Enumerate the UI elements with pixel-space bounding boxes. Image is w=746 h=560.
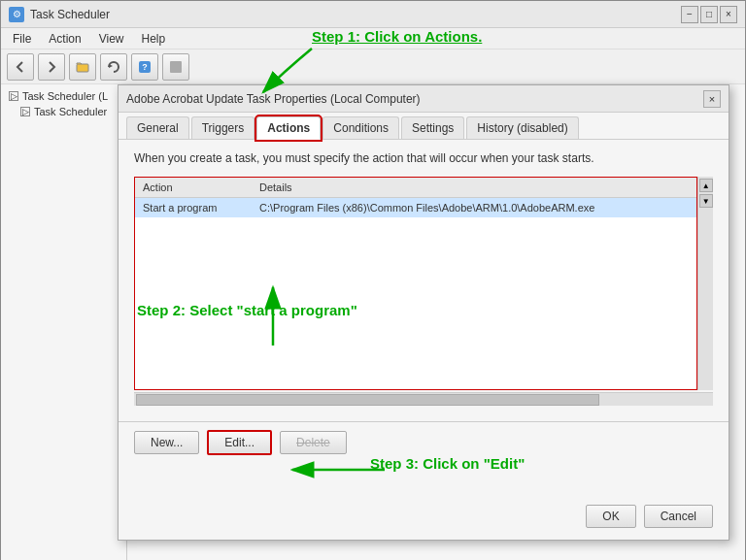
- toolbar-forward-button[interactable]: [38, 53, 65, 81]
- scroll-up-arrow[interactable]: ▲: [699, 179, 713, 192]
- svg-rect-1: [77, 64, 88, 72]
- toolbar-folder-button[interactable]: [69, 53, 96, 81]
- table-cell-action: Start a program: [135, 198, 252, 218]
- table-row[interactable]: Start a program C:\Program Files (x86)\C…: [135, 198, 696, 218]
- task-scheduler-window: ⚙ Task Scheduler − □ × File Action View …: [0, 0, 746, 560]
- tab-triggers[interactable]: Triggers: [191, 116, 255, 139]
- sidebar: ▷ Task Scheduler (L ▷ Task Scheduler: [1, 84, 127, 560]
- sidebar-item-child[interactable]: ▷ Task Scheduler: [1, 104, 126, 119]
- svg-rect-5: [170, 61, 182, 73]
- toolbar-help-button[interactable]: ?: [131, 53, 158, 81]
- actions-table: Action Details Start a program C:\Progra…: [135, 178, 696, 217]
- sidebar-item-root[interactable]: ▷ Task Scheduler (L: [1, 88, 126, 104]
- ok-button[interactable]: OK: [586, 505, 635, 528]
- tab-conditions[interactable]: Conditions: [322, 116, 399, 139]
- expand-icon[interactable]: ▷: [9, 91, 18, 101]
- toolbar: ?: [1, 49, 745, 84]
- title-bar-controls: − □ ×: [681, 6, 737, 23]
- col-details: Details: [252, 178, 696, 198]
- edit-button[interactable]: Edit...: [207, 430, 272, 455]
- menu-action[interactable]: Action: [41, 30, 88, 48]
- h-scrollbar-thumb: [136, 394, 599, 406]
- dialog-close-button[interactable]: ×: [703, 90, 721, 108]
- tab-history[interactable]: History (disabled): [466, 116, 578, 139]
- title-bar: ⚙ Task Scheduler − □ ×: [1, 1, 745, 28]
- step3-annotation: Step 3: Click on "Edit": [370, 455, 525, 472]
- title-bar-left: ⚙ Task Scheduler: [9, 7, 110, 22]
- close-button[interactable]: ×: [720, 6, 737, 23]
- title-bar-title: Task Scheduler: [30, 8, 110, 21]
- svg-text:?: ?: [142, 62, 148, 72]
- tab-general[interactable]: General: [126, 116, 189, 139]
- step2-annotation: Step 2: Select "start a program": [137, 302, 357, 318]
- dialog-ok-cancel: OK Cancel: [586, 505, 713, 528]
- sidebar-item-child-label: Task Scheduler: [34, 106, 107, 117]
- dialog-title: Adobe Acrobat Update Task Properties (Lo…: [126, 92, 421, 106]
- task-scheduler-icon: ⚙: [9, 7, 24, 22]
- dialog-title-bar: Adobe Acrobat Update Task Properties (Lo…: [119, 85, 729, 113]
- expand-icon-child[interactable]: ▷: [20, 107, 30, 116]
- dialog-content: When you create a task, you must specify…: [119, 140, 729, 417]
- toolbar-refresh-button[interactable]: [100, 53, 127, 81]
- menu-help[interactable]: Help: [134, 30, 174, 48]
- toolbar-extra-button[interactable]: [162, 53, 189, 81]
- scroll-down-arrow[interactable]: ▼: [699, 194, 713, 208]
- menu-file[interactable]: File: [5, 30, 39, 48]
- cancel-button[interactable]: Cancel: [644, 505, 713, 528]
- tabs-bar: General Triggers Actions Conditions Sett…: [119, 113, 729, 140]
- svg-marker-2: [109, 64, 113, 68]
- step1-annotation: Step 1: Click on Actions.: [312, 28, 482, 45]
- dialog-description: When you create a task, you must specify…: [134, 151, 713, 165]
- tab-actions[interactable]: Actions: [256, 116, 321, 140]
- minimize-button[interactable]: −: [681, 6, 698, 23]
- tab-settings[interactable]: Settings: [401, 116, 464, 139]
- table-cell-details: C:\Program Files (x86)\Common Files\Adob…: [252, 198, 696, 218]
- actions-table-container: Action Details Start a program C:\Progra…: [134, 177, 697, 390]
- horizontal-scrollbar[interactable]: [134, 392, 713, 406]
- sidebar-item-root-label: Task Scheduler (L: [22, 90, 108, 102]
- maximize-button[interactable]: □: [700, 6, 718, 23]
- menu-view[interactable]: View: [91, 30, 132, 48]
- toolbar-back-button[interactable]: [7, 53, 34, 81]
- actions-table-wrapper: Action Details Start a program C:\Progra…: [134, 177, 713, 390]
- vertical-scrollbar[interactable]: ▲ ▼: [697, 177, 713, 390]
- new-button[interactable]: New...: [134, 431, 199, 454]
- col-action: Action: [135, 178, 252, 198]
- delete-button[interactable]: Delete: [280, 431, 347, 454]
